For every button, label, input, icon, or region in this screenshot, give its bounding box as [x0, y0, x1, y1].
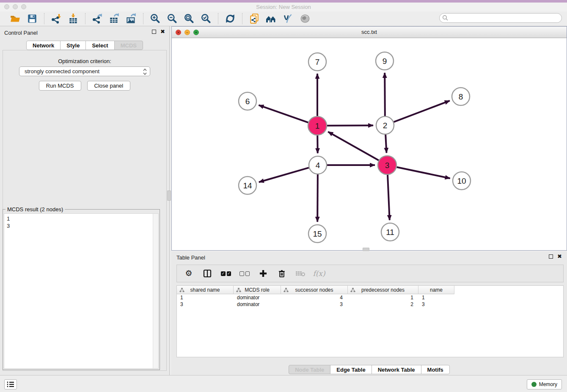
column-header-shared-name[interactable]: shared name — [177, 286, 234, 294]
network-graph: 1234678910111415 — [172, 38, 567, 250]
column-type-icon — [350, 287, 355, 293]
mcds-result-textarea[interactable]: 1 3 — [4, 213, 159, 369]
show-column-panel-icon[interactable] — [202, 268, 212, 279]
zoom-fit-icon[interactable] — [183, 13, 195, 25]
tab-edge-table[interactable]: Edge Table — [330, 365, 372, 374]
cell-successor-nodes: 3 — [281, 301, 348, 308]
chevron-updown-icon — [143, 68, 147, 75]
graph-node-label-15: 15 — [313, 229, 322, 238]
graph-edge-3-11[interactable] — [388, 175, 390, 220]
graph-node-label-9: 9 — [383, 57, 387, 66]
column-header-name[interactable]: name — [418, 286, 454, 294]
table-toolbar: ⚙ ✓✓ f(x) — [176, 265, 564, 282]
network-window-titlebar[interactable]: ✕ − + scc.txt — [172, 27, 567, 38]
table-tabs: Node Table Edge Table Network Table Moti… — [171, 365, 567, 374]
application-window: Session: New Session — [0, 0, 567, 392]
table-settings-icon[interactable]: ⚙ — [184, 268, 194, 279]
table-panel: Table Panel ✖ ⚙ ✓✓ f(x) — [171, 252, 567, 375]
horizontal-splitter-handle[interactable] — [363, 248, 369, 251]
export-image-icon[interactable] — [125, 13, 137, 25]
table-row[interactable]: 1 dominator 4 1 1 — [177, 294, 563, 301]
app-titlebar[interactable]: Session: New Session — [0, 3, 567, 11]
paint-style-icon[interactable] — [282, 13, 294, 25]
close-panel-button[interactable]: Close panel — [87, 81, 131, 91]
open-session-icon[interactable] — [9, 13, 21, 25]
table-header-row: shared name MCDS role successor nodes pr… — [177, 286, 563, 294]
network-canvas[interactable]: 1234678910111415 — [172, 38, 567, 250]
graph-edge-2-3[interactable] — [385, 135, 386, 153]
tab-select[interactable]: Select — [85, 41, 114, 50]
hide-selected-icon[interactable] — [299, 13, 311, 25]
zoom-out-icon[interactable] — [166, 13, 178, 25]
export-network-icon[interactable] — [91, 13, 103, 25]
select-all-rows-icon[interactable]: ✓✓ — [221, 268, 231, 279]
tab-style[interactable]: Style — [60, 41, 86, 50]
network-window-title: scc.txt — [172, 29, 567, 35]
task-history-button[interactable] — [4, 379, 17, 389]
cell-shared-name: 1 — [177, 294, 234, 301]
control-panel-tabs: Network Style Select MCDS — [0, 41, 169, 50]
cell-mcds-role: dominator — [234, 301, 281, 308]
first-neighbors-icon[interactable] — [265, 13, 277, 25]
graph-edge-3-1[interactable] — [328, 132, 379, 160]
mcds-result-group: MCDS result (2 nodes) 1 3 — [3, 209, 160, 370]
result-line: 1 — [7, 215, 156, 222]
function-builder-icon[interactable]: f(x) — [314, 268, 324, 279]
float-table-panel-icon[interactable] — [549, 254, 553, 259]
graph-edge-4-14[interactable] — [259, 168, 309, 182]
table-row[interactable]: 3 dominator 3 2 3 — [177, 301, 563, 308]
memory-button[interactable]: Memory — [527, 379, 562, 389]
graph-edge-1-6[interactable] — [259, 105, 308, 122]
tab-network[interactable]: Network — [26, 41, 61, 50]
tab-motifs[interactable]: Motifs — [421, 365, 450, 374]
zoom-selected-icon[interactable] — [200, 13, 212, 25]
column-header-successor-nodes[interactable]: successor nodes — [281, 286, 348, 294]
column-type-icon — [236, 287, 241, 293]
graph-edge-2-8[interactable] — [394, 101, 450, 122]
main-toolbar — [0, 11, 567, 26]
import-network-icon[interactable] — [50, 13, 62, 25]
delete-table-icon[interactable] — [295, 268, 306, 279]
tab-mcds[interactable]: MCDS — [114, 41, 143, 50]
column-type-icon — [179, 287, 184, 293]
close-table-panel-icon[interactable]: ✖ — [557, 254, 562, 259]
list-icon — [6, 381, 15, 388]
optimization-criterion-label: Optimization criterion: — [3, 58, 166, 64]
column-header-mcds-role[interactable]: MCDS role — [234, 286, 281, 294]
graph-node-label-8: 8 — [459, 92, 463, 101]
result-scrollbar[interactable] — [153, 214, 158, 368]
cell-successor-nodes: 4 — [281, 294, 348, 301]
graph-edge-2-9[interactable] — [385, 73, 385, 116]
float-panel-icon[interactable] — [152, 30, 156, 34]
graph-node-label-14: 14 — [243, 181, 252, 190]
memory-status-icon — [531, 382, 537, 387]
zoom-in-icon[interactable] — [149, 13, 161, 25]
tab-network-table[interactable]: Network Table — [372, 365, 421, 374]
search-input[interactable] — [439, 13, 562, 23]
criterion-dropdown[interactable]: strongly connected component — [19, 66, 150, 76]
cell-predecessor-nodes: 1 — [348, 294, 418, 301]
graph-edge-1-2[interactable] — [327, 125, 373, 126]
cell-mcds-role: dominator — [234, 294, 281, 301]
apply-layout-icon[interactable] — [224, 13, 236, 25]
add-column-icon[interactable] — [258, 268, 268, 279]
import-table-icon[interactable] — [67, 13, 79, 25]
delete-column-icon[interactable] — [277, 268, 287, 279]
graph-edge-3-10[interactable] — [397, 167, 450, 179]
graph-node-label-11: 11 — [386, 228, 394, 237]
run-mcds-button[interactable]: Run MCDS — [39, 81, 81, 91]
cell-name: 3 — [418, 301, 454, 308]
column-header-predecessor-nodes[interactable]: predecessor nodes — [348, 286, 418, 294]
control-panel: Control Panel ✖ Network Style Select MCD… — [0, 26, 170, 375]
close-panel-icon[interactable]: ✖ — [160, 30, 165, 34]
export-table-icon[interactable] — [108, 13, 120, 25]
clone-network-icon[interactable] — [248, 13, 260, 25]
tab-node-table[interactable]: Node Table — [289, 365, 330, 374]
graph-edge-4-15[interactable] — [317, 174, 318, 222]
app-title: Session: New Session — [0, 4, 567, 10]
result-line: 3 — [7, 222, 156, 229]
deselect-all-rows-icon[interactable] — [239, 268, 250, 279]
vertical-splitter-handle[interactable] — [167, 190, 171, 201]
memory-label: Memory — [539, 381, 557, 387]
save-session-icon[interactable] — [26, 13, 38, 25]
